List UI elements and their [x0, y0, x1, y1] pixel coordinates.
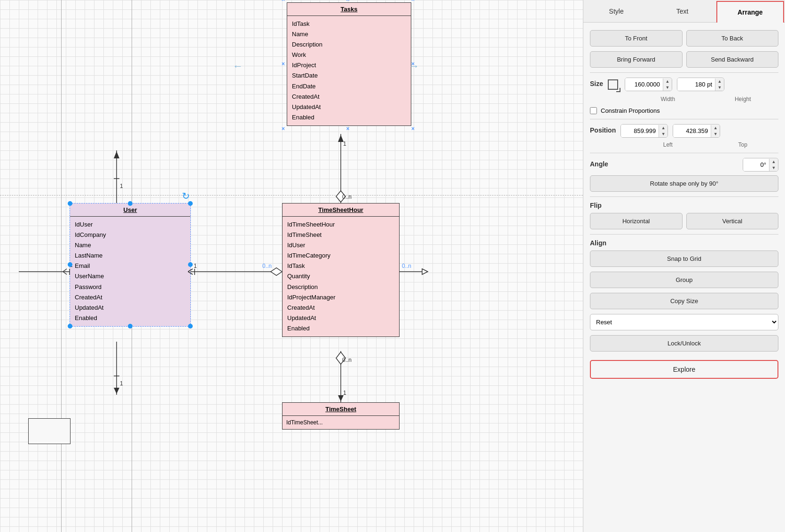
to-back-button[interactable]: To Back — [686, 30, 779, 47]
height-spin-up[interactable]: ▲ — [715, 78, 724, 85]
divider-1 — [590, 72, 778, 73]
xmark-tl: × — [282, 0, 285, 3]
angle-row: Angle ▲ ▼ — [590, 158, 778, 172]
lock-row: Lock/Unlock — [590, 335, 778, 352]
panel-body: To Front To Back Bring Forward Send Back… — [583, 23, 785, 532]
size-label: Size — [590, 80, 603, 87]
svg-text:1: 1 — [120, 183, 123, 189]
copy-size-button[interactable]: Copy Size — [590, 293, 778, 309]
explore-button[interactable]: Explore — [590, 360, 778, 379]
right-panel: Style Text Arrange To Front To Back Brin… — [583, 0, 785, 532]
group-button[interactable]: Group — [590, 272, 778, 288]
flip-label: Flip — [590, 202, 602, 209]
layering-row-2: Bring Forward Send Backward — [590, 51, 778, 68]
canvas[interactable]: ← → × × × × × × × × Tasks IdTaskNameDesc… — [0, 0, 583, 532]
entity-timesheet[interactable]: TimeSheet IdTimeSheet... — [282, 402, 400, 430]
rotate-shape-button[interactable]: Rotate shape only by 90° — [590, 175, 778, 192]
svg-marker-28 — [114, 388, 119, 394]
flip-vertical-button[interactable]: Vertical — [686, 213, 779, 229]
svg-line-32 — [63, 272, 67, 274]
left-spin-up[interactable]: ▲ — [659, 125, 667, 131]
left-label: Left — [632, 141, 704, 148]
width-spin-up[interactable]: ▲ — [663, 78, 672, 85]
top-input[interactable] — [673, 125, 711, 137]
angle-input[interactable] — [743, 158, 769, 171]
divider-3 — [590, 153, 778, 153]
height-input[interactable] — [677, 78, 715, 91]
entity-timesheethour[interactable]: TimeSheetHour IdTimeSheetHourIdTimeSheet… — [282, 203, 400, 337]
svg-text:1: 1 — [343, 141, 346, 147]
width-label: Width — [632, 96, 704, 102]
position-label: Position — [590, 126, 616, 134]
handle-bl[interactable] — [68, 324, 72, 329]
entity-timesheet-fields: IdTimeSheet... — [283, 416, 399, 429]
entity-tasks[interactable]: × × × × × × × × Tasks IdTaskNameDescript… — [287, 2, 411, 126]
top-label: Top — [707, 141, 779, 148]
align-label: Align — [590, 239, 606, 247]
xmark-bm: × — [346, 125, 350, 132]
handle-br[interactable] — [188, 324, 193, 329]
bring-forward-button[interactable]: Bring Forward — [590, 51, 683, 68]
width-spin-down[interactable]: ▼ — [663, 85, 672, 91]
handle-tl[interactable] — [68, 201, 72, 206]
xmark-tr: × — [411, 0, 415, 3]
top-spin-down[interactable]: ▼ — [711, 131, 720, 137]
layering-row-1: To Front To Back — [590, 30, 778, 47]
send-backward-button[interactable]: Send Backward — [686, 51, 779, 68]
constrain-checkbox[interactable] — [590, 107, 597, 114]
tab-arrange[interactable]: Arrange — [716, 1, 784, 23]
handle-mr[interactable] — [188, 262, 193, 267]
svg-text:1: 1 — [120, 380, 123, 387]
left-input[interactable] — [621, 125, 659, 137]
copy-size-row: Copy Size — [590, 293, 778, 309]
left-spin-down[interactable]: ▼ — [659, 131, 667, 137]
svg-marker-23 — [114, 151, 119, 158]
to-front-button[interactable]: To Front — [590, 30, 683, 47]
angle-spin-up[interactable]: ▲ — [769, 159, 778, 165]
group-row: Group — [590, 272, 778, 288]
flip-horizontal-button[interactable]: Horizontal — [590, 213, 683, 229]
width-spin: ▲ ▼ — [663, 78, 672, 91]
entity-tasks-title: Tasks — [287, 3, 411, 16]
top-spin-up[interactable]: ▲ — [711, 125, 720, 131]
rotate-row: Rotate shape only by 90° — [590, 175, 778, 192]
width-input[interactable] — [625, 78, 663, 91]
divider-2 — [590, 119, 778, 119]
xmark-ml: × — [282, 61, 285, 67]
entity-timesheethour-fields: IdTimeSheetHourIdTimeSheetIdUserIdTimeCa… — [283, 217, 399, 336]
height-spin-down[interactable]: ▼ — [715, 85, 724, 91]
svg-marker-16 — [336, 352, 345, 364]
angle-spin: ▲ ▼ — [769, 159, 778, 171]
entity-tasks-fields: IdTaskNameDescriptionWorkIdProjectStartD… — [287, 16, 411, 125]
height-input-wrap: ▲ ▼ — [677, 78, 724, 91]
svg-text:1: 1 — [194, 263, 197, 269]
tab-style[interactable]: Style — [583, 0, 649, 22]
entity-timesheet-title: TimeSheet — [283, 403, 399, 416]
entity-user-fields: IdUserIdCompanyNameLastNameEmailUserName… — [70, 217, 190, 326]
width-input-wrap: ▲ ▼ — [625, 78, 672, 91]
left-spin: ▲ ▼ — [659, 125, 667, 137]
rotate-handle[interactable]: ↻ — [182, 190, 192, 201]
svg-text:0..n: 0..n — [342, 357, 352, 363]
svg-marker-9 — [271, 268, 282, 275]
angle-spin-down[interactable]: ▼ — [769, 165, 778, 171]
xmark-br: × — [411, 125, 415, 132]
svg-marker-13 — [422, 269, 428, 274]
svg-text:0..n: 0..n — [262, 263, 272, 269]
entity-partial[interactable] — [28, 418, 71, 444]
angle-label: Angle — [590, 160, 608, 168]
entity-user[interactable]: ↻ User IdUserIdCompanyNameLastNameEmailU… — [70, 203, 191, 327]
reset-select[interactable]: Reset Reset to Default Remove Format — [590, 314, 778, 330]
handle-bm[interactable] — [128, 324, 133, 329]
snap-to-grid-button[interactable]: Snap to Grid — [590, 250, 778, 267]
xmark-mr: × — [411, 61, 415, 67]
handle-tr[interactable] — [188, 201, 193, 206]
constrain-label: Constrain Proportions — [601, 107, 660, 114]
size-icon — [608, 79, 618, 90]
reset-row: Reset Reset to Default Remove Format — [590, 314, 778, 330]
top-input-wrap: ▲ ▼ — [673, 124, 720, 138]
handle-tm[interactable] — [128, 201, 133, 206]
lock-unlock-button[interactable]: Lock/Unlock — [590, 335, 778, 352]
tab-text[interactable]: Text — [649, 0, 715, 22]
snap-row: Snap to Grid — [590, 250, 778, 267]
